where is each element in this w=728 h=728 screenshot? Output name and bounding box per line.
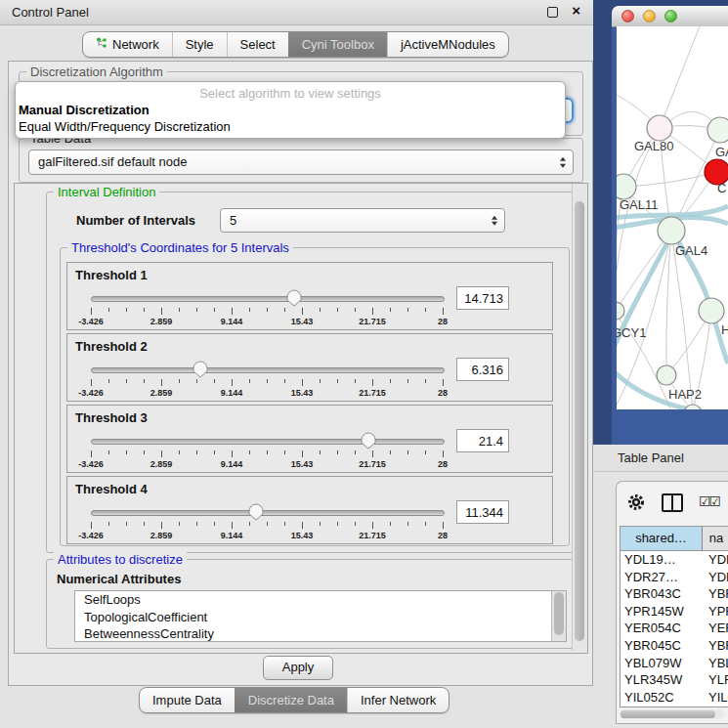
attribute-item-topologicalcoefficient[interactable]: TopologicalCoefficient bbox=[75, 609, 566, 626]
cell-name[interactable]: YPR1 bbox=[703, 603, 728, 621]
cell-name[interactable]: YDR2 bbox=[703, 569, 728, 586]
tab-impute-data[interactable]: Impute Data bbox=[140, 688, 235, 712]
cell-shared-name[interactable]: YDL19… bbox=[621, 551, 703, 569]
checkbox-checked-icons[interactable]: ☑☑ bbox=[699, 493, 719, 509]
slider-thumb[interactable] bbox=[286, 289, 302, 310]
cell-shared-name[interactable]: YIL052C bbox=[621, 689, 703, 707]
network-node-h[interactable] bbox=[699, 298, 724, 323]
window-zoom-icon[interactable] bbox=[664, 10, 677, 22]
split-columns-icon[interactable] bbox=[662, 493, 683, 512]
threshold-3-label: Threshold 3 bbox=[75, 410, 148, 425]
tab-infer-network[interactable]: Infer Network bbox=[347, 688, 449, 712]
tab-network[interactable]: Network bbox=[83, 32, 172, 57]
tab-cyni-toolbox[interactable]: Cyni Toolbox bbox=[288, 32, 387, 57]
number-of-intervals-select[interactable]: 5 bbox=[220, 208, 505, 233]
table-row[interactable]: YER054CYER0 bbox=[621, 620, 728, 637]
network-node[interactable] bbox=[684, 405, 702, 409]
cell-shared-name[interactable]: YBL079W bbox=[621, 655, 703, 672]
panel-scrollbar-thumb[interactable] bbox=[575, 201, 584, 641]
cell-name[interactable]: YER0 bbox=[703, 620, 728, 637]
table-row[interactable]: YDL19…YDL1 bbox=[621, 551, 728, 569]
bottom-tabbar: Impute DataDiscretize DataInfer Network bbox=[139, 687, 450, 713]
threshold-4-value-field[interactable]: 11.344 bbox=[456, 500, 509, 524]
screen: Control Panel × NetworkStyleSelectCyni T… bbox=[0, 0, 728, 728]
table-horizontal-scrollbar[interactable] bbox=[620, 709, 724, 719]
cell-shared-name[interactable]: YBR043C bbox=[621, 585, 703, 603]
tab-style[interactable]: Style bbox=[172, 32, 227, 57]
cell-shared-name[interactable]: YBR045C bbox=[621, 637, 703, 655]
network-canvas[interactable]: GAL80GACGAL11GAL4GCY1HHAP2 bbox=[617, 26, 728, 409]
threshold-1-slider[interactable]: -3.4262.8599.14415.4321.71528 bbox=[91, 288, 443, 327]
cell-shared-name[interactable]: YPR145W bbox=[621, 603, 703, 621]
table-row[interactable]: YIL052CYIL0 bbox=[621, 689, 728, 707]
window-minimize-icon[interactable] bbox=[643, 10, 656, 22]
control-panel-title: Control Panel bbox=[12, 5, 89, 20]
table-panel-titlebar: Table Panel bbox=[593, 445, 728, 472]
table-row[interactable]: YBL079WYBL0 bbox=[621, 655, 728, 672]
column-header-shared-name[interactable]: shared… bbox=[621, 527, 703, 550]
numerical-attributes-list[interactable]: SelfLoopsTopologicalCoefficientBetweenne… bbox=[74, 590, 567, 642]
cell-name[interactable]: YLR3 bbox=[703, 671, 728, 689]
node-label-h: H bbox=[721, 322, 728, 337]
tab-select[interactable]: Select bbox=[227, 32, 288, 57]
column-header-name[interactable]: na bbox=[703, 527, 728, 550]
slider-track[interactable] bbox=[91, 367, 445, 373]
table-row[interactable]: YBR043CYBR0 bbox=[621, 585, 728, 603]
close-icon[interactable]: × bbox=[572, 2, 580, 19]
tab-label: Impute Data bbox=[152, 693, 222, 707]
slider-thumb[interactable] bbox=[361, 432, 376, 452]
network-mac-window: GAL80GACGAL11GAL4GCY1HHAP2 bbox=[612, 6, 728, 445]
table-row[interactable]: YBR045CYBR0 bbox=[621, 637, 728, 655]
threshold-3-value-field[interactable]: 21.4 bbox=[456, 429, 509, 452]
combo-stepper-icon bbox=[492, 215, 497, 226]
slider-thumb[interactable] bbox=[248, 503, 264, 524]
table-data-select[interactable]: galFiltered.sif default node bbox=[28, 150, 574, 175]
gear-icon[interactable] bbox=[626, 492, 646, 515]
network-node-hap2[interactable] bbox=[657, 365, 676, 385]
slider-track[interactable] bbox=[91, 510, 445, 516]
cell-name[interactable]: YBR0 bbox=[703, 637, 728, 655]
attributes-list-scrollbar[interactable] bbox=[551, 591, 566, 641]
cell-name[interactable]: YIL0 bbox=[703, 689, 728, 707]
number-of-intervals-label: Number of Intervals bbox=[76, 213, 195, 228]
table-header-row: shared… na bbox=[621, 527, 728, 551]
threshold-2-value-field[interactable]: 6.316 bbox=[456, 358, 509, 381]
attributes-scrollbar-thumb[interactable] bbox=[554, 592, 564, 635]
network-edge bbox=[623, 172, 717, 187]
cell-shared-name[interactable]: YER054C bbox=[621, 620, 703, 637]
panel-vertical-scrollbar[interactable] bbox=[572, 184, 587, 651]
attribute-item-betweennesscentrality[interactable]: BetweennessCentrality bbox=[75, 625, 566, 642]
network-node-ga[interactable] bbox=[707, 117, 728, 143]
cell-shared-name[interactable]: YLR345W bbox=[621, 671, 703, 689]
table-row[interactable]: YLR345WYLR3 bbox=[621, 671, 728, 689]
cell-name[interactable]: YBR0 bbox=[703, 585, 728, 603]
slider-thumb[interactable] bbox=[193, 361, 208, 381]
slider-tick-labels: -3.4262.8599.14415.4321.71528 bbox=[91, 531, 443, 540]
attribute-item-selfloops[interactable]: SelfLoops bbox=[75, 591, 566, 609]
network-node-gal4[interactable] bbox=[658, 217, 685, 244]
threshold-3-slider[interactable]: -3.4262.8599.14415.4321.71528 bbox=[91, 431, 443, 470]
attributes-group: Attributes to discretize Numerical Attri… bbox=[46, 559, 574, 649]
network-node-gal80[interactable] bbox=[647, 115, 672, 141]
table-hscrollbar-thumb[interactable] bbox=[621, 710, 715, 718]
apply-button[interactable]: Apply bbox=[263, 656, 333, 680]
slider-track[interactable] bbox=[91, 439, 445, 445]
cell-name[interactable]: YBL0 bbox=[703, 655, 728, 672]
cell-name[interactable]: YDL1 bbox=[703, 551, 728, 569]
dropdown-option-equal-width-frequency[interactable]: Equal Width/Frequency Discretization bbox=[16, 118, 565, 135]
table-row[interactable]: YDR27…YDR2 bbox=[621, 569, 728, 586]
table-row[interactable]: YPR145WYPR1 bbox=[621, 603, 728, 621]
threshold-1-value-field[interactable]: 14.713 bbox=[456, 286, 509, 310]
tab-label: Discretize Data bbox=[248, 693, 334, 707]
cell-shared-name[interactable]: YDR27… bbox=[621, 569, 703, 586]
dropdown-option-manual-discretization[interactable]: Manual Discretization bbox=[16, 102, 565, 118]
slider-track[interactable] bbox=[91, 296, 445, 302]
window-close-icon[interactable] bbox=[621, 10, 634, 22]
tab-jactivemnodules[interactable]: jActiveMNodules bbox=[387, 32, 508, 57]
threshold-2-slider[interactable]: -3.4262.8599.14415.4321.71528 bbox=[91, 360, 443, 399]
float-window-icon[interactable] bbox=[547, 7, 558, 18]
tab-discretize-data[interactable]: Discretize Data bbox=[235, 688, 347, 712]
network-node-gal11[interactable] bbox=[617, 174, 636, 199]
threshold-4-slider[interactable]: -3.4262.8599.14415.4321.71528 bbox=[91, 502, 443, 541]
network-node-gcy1[interactable] bbox=[617, 302, 624, 320]
